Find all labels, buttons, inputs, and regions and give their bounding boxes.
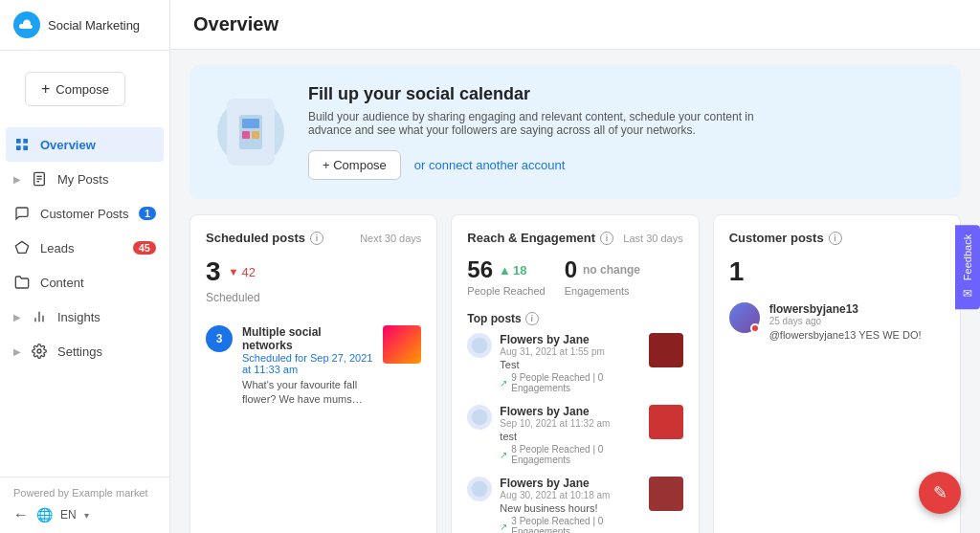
card-title: Scheduled posts i — [206, 231, 323, 245]
top-post-date: Sep 10, 2021 at 11:32 am — [500, 418, 640, 429]
footer-actions: ← 🌐 EN ▾ — [13, 506, 156, 523]
top-post-text: New business hours! — [500, 502, 640, 514]
app-title: Social Marketing — [48, 18, 140, 33]
phone-illustration — [237, 113, 264, 151]
card-title: Customer posts i — [729, 231, 842, 245]
connect-account-link[interactable]: or connect another account — [414, 158, 566, 172]
banner-title: Fill up your social calendar — [308, 84, 768, 104]
svg-point-14 — [472, 410, 488, 426]
cloud-icon — [19, 17, 34, 33]
leads-badge: 45 — [133, 241, 156, 255]
sidebar-item-leads[interactable]: Leads 45 — [0, 231, 169, 265]
top-post-avatar — [467, 333, 492, 358]
svg-point-8 — [37, 349, 41, 353]
svg-marker-4 — [15, 241, 28, 253]
main-body: Fill up your social calendar Build your … — [170, 50, 980, 533]
down-arrow-icon: ▼ — [229, 266, 239, 278]
sidebar-item-insights[interactable]: ▶ Insights — [0, 300, 169, 334]
edit-icon: ✎ — [933, 482, 947, 503]
banner: Fill up your social calendar Build your … — [189, 65, 961, 199]
people-reached-label: People Reached — [467, 285, 545, 297]
metrics-icon: ↗ — [500, 450, 507, 460]
customer-info-icon[interactable]: i — [829, 232, 842, 245]
cards-row: Scheduled posts i Next 30 days 3 ▼ 42 Sc… — [189, 214, 961, 533]
expand-arrow-icon: ▶ — [13, 174, 21, 185]
back-icon[interactable]: ← — [13, 506, 29, 523]
sidebar: Social Marketing + Compose Overview ▶ My… — [0, 0, 170, 533]
diamond-icon — [13, 239, 31, 256]
top-post-thumbnail — [649, 333, 683, 367]
compose-button[interactable]: + Compose — [25, 72, 125, 106]
powered-by-text: Powered by Example market — [13, 487, 156, 499]
top-posts-info-icon[interactable]: i — [525, 312, 539, 325]
folder-icon — [13, 274, 31, 291]
top-post-author: Flowers by Jane — [500, 333, 640, 346]
top-post-date: Aug 30, 2021 at 10:18 am — [500, 490, 640, 500]
sidebar-item-label: Customer Posts — [40, 207, 128, 221]
top-post-info: Flowers by Jane Aug 31, 2021 at 1:55 pm … — [500, 333, 640, 393]
app-logo — [13, 11, 40, 38]
banner-content: Fill up your social calendar Build your … — [308, 84, 768, 180]
top-post-item: Flowers by Jane Sep 10, 2021 at 11:32 am… — [467, 405, 682, 465]
sidebar-item-overview[interactable]: Overview — [6, 127, 164, 162]
sidebar-item-settings[interactable]: ▶ Settings — [0, 334, 169, 368]
card-header: Customer posts i — [729, 231, 945, 245]
language-label[interactable]: EN — [60, 508, 77, 522]
grid-icon — [13, 136, 31, 153]
post-content: Multiple social networks Scheduled for S… — [242, 325, 373, 408]
top-post-item: Flowers by Jane Aug 31, 2021 at 1:55 pm … — [467, 333, 682, 393]
expand-arrow-icon: ▶ — [13, 346, 21, 357]
sidebar-item-label: Settings — [57, 344, 102, 359]
sidebar-item-label: Overview — [40, 138, 96, 152]
sidebar-item-label: Insights — [57, 310, 100, 324]
no-change-label: no change — [583, 263, 640, 277]
stat-row: 3 ▼ 42 — [206, 256, 421, 287]
people-reached-stat: 56 ▲ 18 People Reached — [467, 256, 545, 297]
metrics-icon: ↗ — [500, 522, 507, 532]
banner-description: Build your audience by sharing engaging … — [308, 110, 768, 137]
top-post-metrics: ↗ 3 People Reached | 0 Engagements — [500, 516, 640, 533]
svg-point-15 — [472, 481, 488, 498]
sidebar-item-my-posts[interactable]: ▶ My Posts — [0, 162, 169, 196]
scheduled-posts-card: Scheduled posts i Next 30 days 3 ▼ 42 Sc… — [189, 214, 437, 533]
gear-icon — [31, 343, 48, 360]
scheduled-info-icon[interactable]: i — [310, 232, 323, 245]
sidebar-item-label: Content — [40, 276, 84, 290]
main-content: Overview Fill up your social calendar Bu… — [170, 0, 980, 533]
metrics-icon: ↗ — [500, 378, 507, 389]
banner-compose-button[interactable]: + Compose — [308, 150, 401, 180]
plus-icon: + — [41, 80, 50, 98]
customer-info: flowersbyjane13 25 days ago @flowersbyja… — [769, 302, 945, 341]
feedback-label[interactable]: ✉ Feedback — [955, 224, 980, 308]
post-scheduled-time: Scheduled for Sep 27, 2021 at 11:33 am — [242, 352, 373, 375]
sidebar-footer: Powered by Example market ← 🌐 EN ▾ — [0, 477, 169, 533]
sidebar-item-label: My Posts — [57, 172, 108, 187]
engagements-num: 0 no change — [565, 256, 640, 283]
top-post-author: Flowers by Jane — [500, 477, 640, 490]
scheduled-period: Next 30 days — [360, 233, 421, 244]
scheduled-change: ▼ 42 — [229, 265, 256, 279]
reach-info-icon[interactable]: i — [600, 232, 613, 245]
top-posts-title: Top posts i — [467, 312, 682, 325]
reach-engagement-card: Reach & Engagement i Last 30 days 56 ▲ 1… — [451, 214, 699, 533]
top-post-avatar — [467, 405, 492, 430]
document-icon — [31, 170, 48, 188]
scheduled-count: 3 — [206, 256, 221, 287]
expand-arrow-icon: ▶ — [13, 312, 21, 322]
flowers-avatar-icon — [470, 336, 489, 355]
post-body-text: What's your favourite fall flower? We ha… — [242, 378, 373, 408]
sidebar-item-customer-posts[interactable]: Customer Posts 1 — [0, 196, 169, 231]
top-post-date: Aug 31, 2021 at 1:55 pm — [500, 346, 640, 357]
page-title: Overview — [193, 13, 957, 35]
globe-icon: 🌐 — [36, 507, 53, 522]
card-header: Reach & Engagement i Last 30 days — [467, 231, 682, 245]
customer-post-item: flowersbyjane13 25 days ago @flowersbyja… — [729, 302, 945, 341]
feedback-tab[interactable]: ✉ Feedback — [955, 224, 980, 308]
customer-count: 1 — [729, 256, 945, 287]
sidebar-item-content[interactable]: Content — [0, 265, 169, 300]
top-post-info: Flowers by Jane Aug 30, 2021 at 10:18 am… — [500, 477, 640, 533]
customer-post-text: @flowersbyjane13 YES WE DO! — [769, 329, 945, 341]
post-avatar: 3 — [206, 325, 233, 352]
svg-rect-11 — [242, 131, 250, 139]
fab-button[interactable]: ✎ — [919, 472, 961, 514]
